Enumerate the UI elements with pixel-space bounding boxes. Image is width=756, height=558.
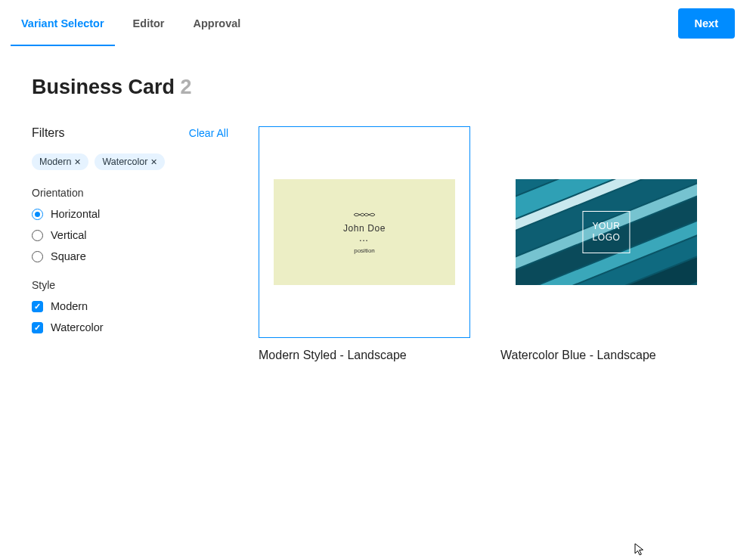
orientation-options: Horizontal Vertical Square — [32, 208, 228, 262]
orientation-option-horizontal[interactable]: Horizontal — [32, 208, 228, 220]
style-options: Modern Watercolor — [32, 300, 228, 333]
tab-editor[interactable]: Editor — [133, 0, 165, 46]
filter-chip-watercolor[interactable]: Watercolor ✕ — [94, 153, 165, 170]
dots-icon: ••• — [360, 238, 369, 243]
option-label: Horizontal — [51, 208, 100, 220]
orientation-option-vertical[interactable]: Vertical — [32, 229, 228, 241]
style-option-watercolor[interactable]: Watercolor — [32, 321, 228, 333]
chip-label: Modern — [39, 157, 71, 167]
orientation-option-square[interactable]: Square — [32, 250, 228, 262]
filter-chips: Modern ✕ Watercolor ✕ — [32, 153, 228, 170]
top-bar: Variant Selector Editor Approval Next — [0, 0, 756, 47]
filters-header: Filters Clear All — [32, 126, 228, 140]
style-option-modern[interactable]: Modern — [32, 300, 228, 312]
checkbox-icon — [32, 301, 43, 312]
next-button[interactable]: Next — [678, 8, 735, 39]
option-label: Vertical — [51, 229, 87, 241]
knot-icon — [353, 211, 376, 219]
tab-variant-selector[interactable]: Variant Selector — [21, 0, 104, 46]
template-title: Modern Styled - Landscape — [259, 349, 470, 362]
template-thumbnail-frame: YOUR LOGO — [500, 126, 712, 338]
template-thumbnail: John Doe ••• position — [274, 179, 455, 285]
page-title-count: 2 — [181, 76, 192, 98]
option-label: Modern — [51, 300, 88, 312]
close-icon: ✕ — [74, 158, 81, 166]
preview-position: position — [354, 247, 375, 254]
filter-chip-modern[interactable]: Modern ✕ — [32, 153, 88, 170]
radio-icon — [32, 251, 43, 262]
template-card-watercolor[interactable]: YOUR LOGO Watercolor Blue - Landscape — [500, 126, 712, 362]
logo-placeholder: YOUR LOGO — [582, 211, 630, 253]
option-label: Watercolor — [51, 321, 104, 333]
close-icon: ✕ — [150, 158, 157, 166]
option-label: Square — [51, 250, 86, 262]
page-title: Business Card 2 — [32, 76, 724, 99]
filter-group-title-style: Style — [32, 279, 228, 291]
template-gallery: John Doe ••• position Modern Styled - La… — [259, 126, 712, 362]
tab-label: Variant Selector — [21, 17, 104, 29]
filters-label: Filters — [32, 126, 65, 140]
logo-line1: YOUR — [592, 221, 620, 232]
preview-name: John Doe — [343, 223, 386, 234]
radio-icon — [32, 209, 43, 220]
checkbox-icon — [32, 322, 43, 333]
main-row: Filters Clear All Modern ✕ Watercolor ✕ … — [32, 126, 724, 362]
radio-icon — [32, 230, 43, 241]
tab-label: Editor — [133, 17, 165, 29]
cursor-icon — [634, 543, 648, 556]
content-area: Business Card 2 Filters Clear All Modern… — [0, 47, 756, 362]
next-button-label: Next — [695, 17, 718, 29]
template-card-modern[interactable]: John Doe ••• position Modern Styled - La… — [259, 126, 470, 362]
page-title-text: Business Card — [32, 76, 175, 98]
template-title: Watercolor Blue - Landscape — [500, 349, 712, 362]
tabs: Variant Selector Editor Approval — [21, 0, 240, 46]
tab-approval[interactable]: Approval — [194, 0, 241, 46]
filters-panel: Filters Clear All Modern ✕ Watercolor ✕ … — [32, 126, 228, 362]
filter-group-title-orientation: Orientation — [32, 187, 228, 199]
chip-label: Watercolor — [102, 157, 147, 167]
template-thumbnail: YOUR LOGO — [516, 179, 697, 285]
clear-all-link[interactable]: Clear All — [189, 127, 228, 139]
tab-label: Approval — [194, 17, 241, 29]
template-thumbnail-frame: John Doe ••• position — [259, 126, 470, 338]
logo-line2: LOGO — [592, 232, 620, 243]
